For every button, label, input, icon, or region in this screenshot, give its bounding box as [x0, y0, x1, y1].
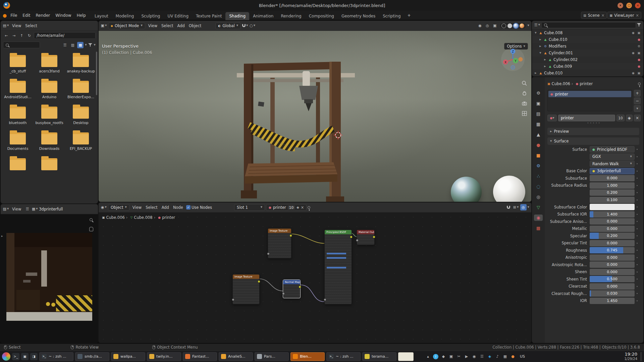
outliner-row[interactable]: ▼ ▲ Cube.008 ◉ ▣ [532, 29, 643, 36]
close-button[interactable]: × [635, 3, 641, 8]
app-menu-item[interactable]: Help [74, 12, 89, 19]
add-slot-button[interactable]: + [634, 90, 641, 97]
editor-type-icon[interactable]: ◉▼ [101, 204, 107, 210]
viewport-menu-item[interactable]: Select [159, 22, 175, 29]
param-slider[interactable]: 0.000 [590, 254, 635, 261]
viewport-menu-item[interactable]: View [146, 22, 159, 29]
param-slider[interactable]: 0.200 [590, 189, 635, 196]
tray-icon[interactable]: ◉ [472, 354, 477, 359]
param-slider[interactable]: 0.000 [590, 226, 635, 232]
expand-arrow-icon[interactable]: ▶ [543, 65, 547, 68]
base-color-button[interactable]: ●3dprinterfull [590, 168, 635, 174]
visibility-icons[interactable]: ● [638, 65, 641, 68]
image-menu-icon[interactable]: ☰ [24, 206, 31, 212]
node-title[interactable]: Image Texture [233, 275, 259, 279]
color-swatch-window[interactable] [398, 352, 414, 361]
shading-solid-icon[interactable] [507, 23, 512, 28]
shading-wireframe-icon[interactable] [501, 23, 506, 28]
shader-type-dropdown[interactable]: Object▼ [108, 204, 129, 211]
overlay-caret-icon[interactable]: ▼ [528, 206, 529, 208]
folder-item[interactable] [2, 156, 34, 172]
workspace-tab[interactable]: Scripting [379, 12, 404, 20]
param-slider[interactable]: 0.745 [590, 247, 635, 253]
outliner-row[interactable]: ▶ ▲ Cube.010 ◉ ▣ [532, 70, 643, 76]
snap-magnet-icon[interactable]: ▼ [242, 22, 248, 29]
refresh-icon[interactable]: ↻ [26, 33, 33, 39]
remove-slot-button[interactable]: − [634, 98, 641, 104]
properties-tab-icon[interactable]: ▩ [534, 225, 543, 231]
pan-hand-icon[interactable] [89, 227, 93, 231]
task-button[interactable]: terama... [362, 352, 396, 361]
snap-icon[interactable] [505, 204, 512, 210]
pan-hand-icon[interactable] [522, 90, 527, 96]
outliner-row[interactable]: ▶ ▲ Cylinder.002 ● [532, 56, 643, 63]
tray-icon[interactable]: ▶ [464, 354, 469, 359]
visibility-icons[interactable]: ● [638, 38, 641, 41]
mode-dropdown[interactable]: ◆Object Mode▼ [108, 22, 145, 29]
visibility-icons[interactable]: ◉ ▣ [632, 71, 641, 75]
workspace-tab[interactable]: Shading [225, 12, 249, 20]
tray-icon[interactable]: ◈ [487, 354, 492, 359]
unlink-icon[interactable]: × [301, 205, 304, 210]
expand-arrow-icon[interactable]: ▼ [534, 32, 537, 34]
viewlayer-unlink-icon[interactable]: × [636, 13, 639, 18]
outliner-row[interactable]: ▼ ▲ Cylinder.001 ◉ ▣ [532, 50, 643, 56]
shader-node[interactable]: Image Texture [232, 274, 260, 304]
fake-user-shield-icon[interactable]: ◈ [297, 205, 299, 209]
editor-type-icon[interactable]: ▨▼ [3, 206, 9, 212]
camera-view-icon[interactable] [522, 101, 527, 106]
properties-tab-icon[interactable]: ◉ [534, 215, 543, 221]
item-label[interactable]: Cube.009 [553, 64, 572, 69]
folder-item[interactable]: bluetooth [2, 104, 34, 125]
display-size-caret-icon[interactable]: ▼ [85, 44, 87, 46]
properties-tab-icon[interactable]: ▣ [534, 100, 543, 107]
param-slider[interactable] [590, 204, 635, 210]
item-label[interactable]: Modifiers [549, 44, 567, 49]
visibility-icons[interactable]: ◉ ▣ [632, 31, 641, 35]
app-menu-item[interactable]: Window [53, 12, 74, 19]
zoom-icon[interactable] [90, 218, 93, 221]
scene-unlink-icon[interactable]: × [601, 13, 605, 18]
param-slider[interactable]: 0.100 [590, 197, 635, 203]
expand-arrow-icon[interactable]: ▶ [534, 72, 537, 74]
file-browser-menu-item[interactable]: Select [23, 22, 39, 29]
users-count[interactable]: 10 [288, 205, 295, 209]
tray-icon[interactable]: ▦ [502, 354, 508, 359]
viewlayer-selector[interactable]: ▦ ViewLayer × [607, 12, 641, 19]
shader-node[interactable]: Principled BSDF [324, 230, 352, 304]
preview-panel-header[interactable]: ▶Preview [547, 128, 639, 135]
view-list-icon[interactable]: ☰ [62, 42, 68, 48]
editor-type-icon[interactable]: ▤▼ [3, 22, 9, 29]
expand-arrow-icon[interactable]: ▶ [539, 38, 542, 41]
subsurface-method-dropdown[interactable]: Random Walk▼ [590, 161, 635, 167]
item-label[interactable]: Cylinder.002 [553, 57, 578, 62]
scrollbar[interactable] [96, 52, 97, 95]
breadcrumb-item[interactable]: ▣Cube.006 [547, 81, 570, 86]
task-button[interactable]: Blen... [290, 352, 325, 361]
window-menu-button[interactable]: ▾ [618, 3, 623, 8]
param-slider[interactable]: 0.000 [590, 218, 635, 225]
shader-node[interactable]: Normal Map [283, 280, 301, 298]
expand-arrow-icon[interactable]: ▶ [543, 58, 547, 61]
visibility-icons[interactable]: ● [638, 58, 641, 61]
app-menu-item[interactable]: Edit [20, 12, 33, 19]
workspace-tab[interactable]: UV Editing [164, 12, 192, 20]
properties-tab-icon[interactable]: ▤ [534, 111, 543, 117]
clock[interactable]: 19:20 1/29/24 [624, 352, 637, 361]
folder-item[interactable]: busybox_rootfs [34, 104, 65, 125]
material-name-field[interactable]: printer [558, 115, 615, 121]
path-field[interactable]: /home/amalie/ [34, 32, 96, 39]
material-slot-list[interactable]: ● printer [547, 90, 632, 111]
add-workspace-button[interactable]: + [405, 12, 414, 19]
param-slider[interactable]: 0.000 [590, 175, 635, 181]
folder-item[interactable]: BlenderExpo... [65, 78, 97, 99]
visibility-icons[interactable]: ◉ ▣ [632, 51, 641, 55]
orientation-dropdown[interactable]: ◐Global▼ [215, 22, 241, 29]
folder-item[interactable]: EFI_BACKUP [65, 130, 97, 151]
tray-icon[interactable]: ◆ [441, 354, 446, 359]
grid-toggle-icon[interactable] [522, 111, 527, 116]
properties-tab-icon[interactable]: ■ [534, 152, 543, 159]
tray-icon[interactable]: ● [510, 354, 516, 359]
browse-material-button[interactable]: ●▼ [547, 115, 557, 121]
forward-icon[interactable]: → [11, 33, 17, 39]
